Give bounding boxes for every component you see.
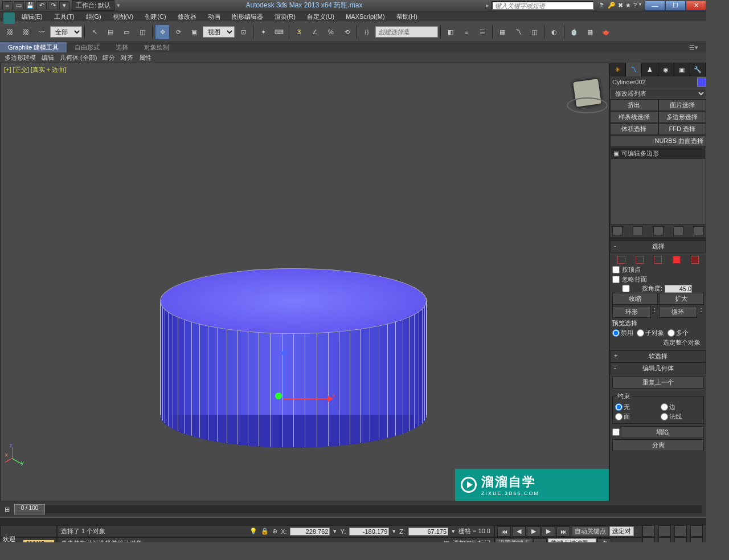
edit-named-sets-icon[interactable]: {} [359, 24, 374, 39]
preserve-uvs-check[interactable] [612, 426, 620, 438]
viewport[interactable]: [+] [正交] [真实 + 边面] z y x 溜溜自学 ZIXUE.3D66… [0, 63, 609, 501]
make-unique-icon[interactable] [653, 226, 664, 235]
ribbon-tab-paint[interactable]: 对象绘制 [136, 42, 177, 52]
preview-multi-radio[interactable] [667, 329, 675, 337]
coord-display-icon[interactable]: ⊕ [272, 528, 277, 535]
schematic-view-icon[interactable]: ◫ [527, 24, 542, 39]
remove-modifier-icon[interactable] [673, 226, 683, 235]
repeat-last-button[interactable]: 重复上一个 [612, 377, 704, 389]
binoculars-icon[interactable]: 🔭 [597, 2, 605, 9]
align-icon[interactable]: ≡ [459, 24, 474, 39]
app-logo-icon[interactable] [3, 13, 15, 24]
mirror-icon[interactable]: ◧ [443, 24, 458, 39]
link-icon[interactable]: ⛓ [2, 24, 17, 39]
menu-help[interactable]: 帮助(H) [392, 13, 422, 21]
select-by-name-icon[interactable]: ▤ [103, 24, 118, 39]
search-chevron-icon[interactable]: ▸ [486, 2, 489, 9]
object-color-swatch[interactable] [697, 77, 706, 87]
menu-views[interactable]: 视图(V) [108, 13, 138, 21]
nav-zoom-icon[interactable] [658, 525, 671, 537]
show-end-result-icon[interactable] [633, 226, 643, 235]
signin-icon[interactable]: 🔑 [608, 2, 616, 9]
subrib-polymodel[interactable]: 多边形建模 [5, 54, 36, 62]
menu-create[interactable]: 创建(C) [140, 13, 170, 21]
cmd-tab-motion[interactable]: ◉ [658, 63, 674, 76]
material-editor-icon[interactable]: ◐ [547, 24, 562, 39]
workspace-dropdown-icon[interactable]: ▾ [114, 2, 122, 9]
nav-panview-icon[interactable] [690, 525, 703, 537]
pin-stack-icon[interactable] [612, 226, 622, 235]
select-region-rect-icon[interactable]: ▭ [119, 24, 134, 39]
constraint-edge-radio[interactable] [661, 403, 668, 411]
select-object-icon[interactable]: ↖ [87, 24, 102, 39]
time-slider-thumb[interactable]: 0 / 100 [14, 504, 45, 514]
nav-pan-icon[interactable] [642, 525, 655, 537]
preset-poly-select[interactable]: 多边形选择 [658, 111, 707, 123]
subrib-properties[interactable]: 属性 [139, 54, 151, 62]
preset-spline-select[interactable]: 样条线选择 [610, 111, 658, 123]
qat-more[interactable]: ▾ [59, 1, 69, 10]
percent-snap-icon[interactable]: % [323, 24, 338, 39]
angle-value-input[interactable] [665, 285, 692, 293]
exchange-icon[interactable]: ✖ [618, 2, 623, 9]
cmd-tab-display[interactable]: ▣ [674, 63, 690, 76]
nav-zoom-extents-icon[interactable] [658, 537, 671, 542]
key-mode-icon[interactable]: 🗝 [533, 538, 547, 543]
key-filters-drop[interactable]: 关键点过滤器... [548, 538, 596, 542]
cmd-tab-hierarchy[interactable]: ♟ [642, 63, 658, 76]
cmd-tab-modify[interactable]: 〽 [626, 63, 642, 76]
grow-button[interactable]: 扩大 [659, 293, 705, 305]
help-search-input[interactable] [492, 1, 594, 10]
prev-frame-icon[interactable]: ◀ [512, 526, 526, 537]
ribbon-tab-selection[interactable]: 选择 [108, 42, 136, 52]
menu-rendering[interactable]: 渲染(R) [270, 13, 300, 21]
rollout-soft-selection[interactable]: +软选择 [610, 350, 706, 362]
play-icon[interactable]: ▶ [527, 526, 540, 537]
constraint-none-radio[interactable] [615, 403, 622, 411]
next-frame-icon[interactable]: ▶ [542, 526, 555, 537]
menu-tools[interactable]: 工具(T) [50, 13, 79, 21]
constraint-face-radio[interactable] [615, 413, 622, 420]
help-dropdown-icon[interactable]: ▾ [639, 2, 641, 9]
ref-coord-system[interactable]: 视图 [203, 26, 235, 38]
nav-maximize-icon[interactable] [690, 537, 703, 542]
subobj-border-icon[interactable] [654, 256, 662, 264]
bind-spacewarp-icon[interactable]: 〰 [34, 24, 49, 39]
minimize-button[interactable]: — [645, 1, 665, 11]
subrib-geometry[interactable]: 几何体 (全部) [60, 54, 97, 62]
preset-patch-select[interactable]: 面片选择 [658, 99, 707, 111]
constraint-normal-radio[interactable] [661, 413, 668, 420]
qat-undo[interactable]: ↶ [36, 1, 47, 10]
subobj-polygon-icon[interactable] [673, 256, 681, 264]
ribbon-tab-freeform[interactable]: 自由形式 [67, 42, 108, 52]
setkey-button[interactable]: 设置关键点 [496, 539, 532, 542]
preset-nurbs-select[interactable]: NURBS 曲面选择 [610, 135, 706, 147]
cylinder-object[interactable] [160, 268, 427, 439]
ribbon-tab-graphite[interactable]: Graphite 建模工具 [0, 42, 67, 52]
x-coord-input[interactable] [290, 528, 330, 536]
cmd-tab-utilities[interactable]: 🔧 [690, 63, 706, 76]
render-production-icon[interactable]: 🫖 [599, 24, 613, 39]
time-slider[interactable]: 0 / 100 [14, 505, 702, 513]
nav-zoom-all-icon[interactable] [642, 537, 655, 542]
z-coord-input[interactable] [408, 528, 448, 536]
keyboard-shortcut-icon[interactable]: ⌨ [272, 24, 286, 39]
goto-start-icon[interactable]: ⏮ [497, 526, 511, 537]
angle-snap-icon[interactable]: ∠ [308, 24, 322, 39]
timeline[interactable]: ⊞ 0 / 100 [0, 501, 706, 517]
preset-ffd-select[interactable]: FFD 选择 [658, 123, 707, 135]
qat-save[interactable]: 💾 [25, 1, 35, 10]
by-angle-check[interactable] [612, 285, 640, 292]
stack-item-editable-poly[interactable]: ▣可编辑多边形 [611, 148, 705, 159]
select-move-icon[interactable]: ✥ [155, 24, 170, 39]
menu-group[interactable]: 组(G) [81, 13, 106, 21]
close-button[interactable]: ✕ [686, 1, 706, 11]
gizmo-x-axis[interactable] [283, 398, 329, 399]
render-setup-icon[interactable]: 🍵 [567, 24, 581, 39]
select-scale-icon[interactable]: ▣ [187, 24, 202, 39]
qat-redo[interactable]: ↷ [48, 1, 58, 10]
expand-icon[interactable]: ▣ [613, 150, 619, 157]
y-coord-input[interactable] [349, 528, 389, 536]
help-icon[interactable]: ? [633, 2, 637, 9]
preview-off-radio[interactable] [612, 329, 620, 337]
